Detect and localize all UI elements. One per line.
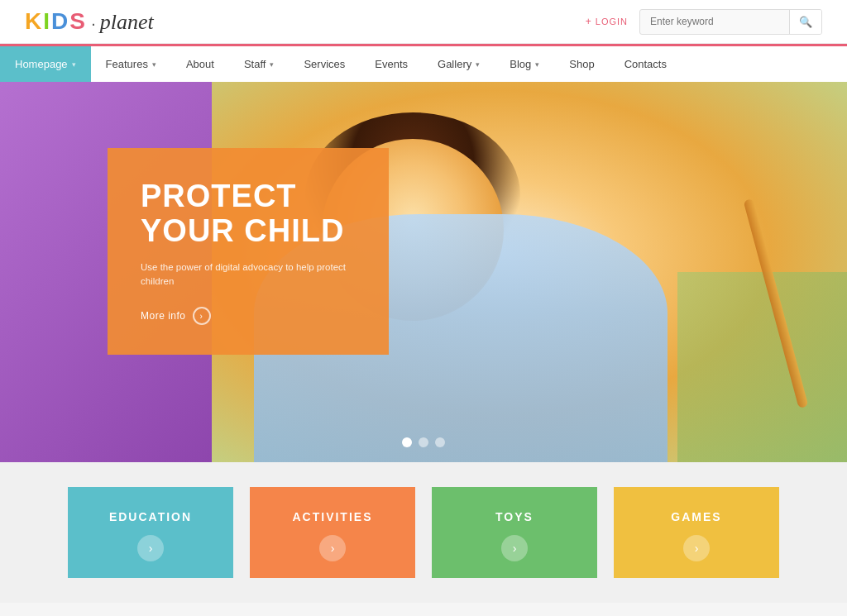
logo: KIDS · planet <box>25 8 154 35</box>
category-label-games: GAMES <box>671 510 721 523</box>
logo-k: K <box>25 8 43 34</box>
search-input[interactable] <box>640 10 789 33</box>
login-label: LOGIN <box>596 17 628 26</box>
logo-s: S <box>69 8 87 34</box>
arrow-right-icon: › <box>683 535 710 561</box>
nav-item-features[interactable]: Features ▾ <box>91 46 171 82</box>
slider-dot-3[interactable] <box>435 437 445 447</box>
nav-label-staff: Staff <box>244 58 266 70</box>
arrow-right-icon: › <box>319 535 346 561</box>
category-card-toys[interactable]: TOYS › <box>432 487 597 578</box>
arrow-right-icon: › <box>137 535 164 561</box>
main-nav: Homepage ▾ Features ▾ About Staff ▾ Serv… <box>0 44 847 82</box>
logo-i: I <box>43 8 51 34</box>
nav-item-events[interactable]: Events <box>360 46 423 82</box>
category-label-education: EDUCATION <box>109 510 192 523</box>
category-card-activities[interactable]: ACTIVITIES › <box>250 487 415 578</box>
nav-item-staff[interactable]: Staff ▾ <box>229 46 290 82</box>
logo-planet: planet <box>100 10 154 35</box>
user-plus-icon: + <box>586 16 592 27</box>
promo-subtitle: Use the power of digital advocacy to hel… <box>141 260 356 289</box>
nav-label-blog: Blog <box>510 58 531 70</box>
chevron-down-icon: ▾ <box>270 60 274 69</box>
top-right-controls: + LOGIN 🔍 <box>586 9 822 35</box>
nav-label-homepage: Homepage <box>15 58 68 70</box>
chevron-down-icon: ▾ <box>535 60 539 69</box>
top-bar: KIDS · planet + LOGIN 🔍 <box>0 0 847 44</box>
search-button[interactable]: 🔍 <box>789 10 821 34</box>
arrow-right-icon: › <box>501 535 528 561</box>
nav-item-blog[interactable]: Blog ▾ <box>495 46 554 82</box>
nav-label-about: About <box>186 58 214 70</box>
nav-label-contacts: Contacts <box>624 58 667 70</box>
logo-kids: KIDS <box>25 8 87 35</box>
logo-dot-separator: · <box>92 18 95 31</box>
bg-green <box>677 272 847 462</box>
promo-title: PROTECT YOUR CHILD <box>141 179 356 249</box>
nav-item-shop[interactable]: Shop <box>554 46 609 82</box>
nav-item-contacts[interactable]: Contacts <box>610 46 682 82</box>
nav-item-about[interactable]: About <box>171 46 229 82</box>
nav-item-services[interactable]: Services <box>289 46 360 82</box>
slider-dots <box>402 437 445 447</box>
promo-button-label: More info <box>141 310 186 322</box>
arrow-right-icon: › <box>193 307 211 325</box>
nav-label-features: Features <box>106 58 148 70</box>
nav-label-services: Services <box>304 58 345 70</box>
category-card-games[interactable]: GAMES › <box>614 487 779 578</box>
chevron-down-icon: ▾ <box>72 60 76 69</box>
nav-label-gallery: Gallery <box>438 58 471 70</box>
nav-label-shop: Shop <box>569 58 594 70</box>
category-card-education[interactable]: EDUCATION › <box>68 487 233 578</box>
nav-label-events: Events <box>375 58 408 70</box>
nav-item-homepage[interactable]: Homepage ▾ <box>0 46 91 82</box>
hero-section: PROTECT YOUR CHILD Use the power of digi… <box>0 82 847 462</box>
category-label-activities: ACTIVITIES <box>292 510 372 523</box>
search-box: 🔍 <box>639 9 822 35</box>
category-label-toys: TOYS <box>495 510 534 523</box>
categories-section: EDUCATION › ACTIVITIES › TOYS › GAMES › <box>0 462 847 603</box>
slider-dot-2[interactable] <box>419 437 428 447</box>
promo-box: PROTECT YOUR CHILD Use the power of digi… <box>108 148 389 355</box>
promo-more-info-button[interactable]: More info › <box>141 307 211 325</box>
slider-dot-1[interactable] <box>402 437 412 447</box>
chevron-down-icon: ▾ <box>152 60 156 69</box>
logo-d: D <box>51 8 69 34</box>
login-link[interactable]: + LOGIN <box>586 16 628 27</box>
nav-item-gallery[interactable]: Gallery ▾ <box>423 46 495 82</box>
chevron-down-icon: ▾ <box>476 60 480 69</box>
